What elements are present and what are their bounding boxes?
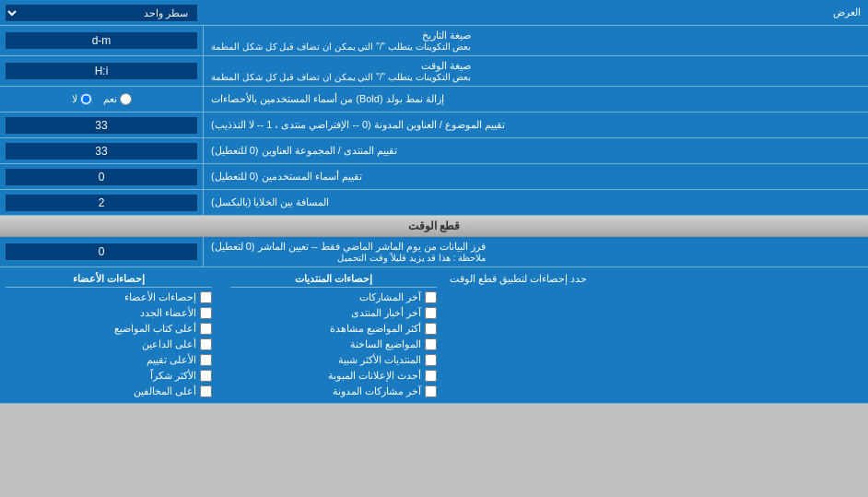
users-per-page-row: تقييم أسماء المستخدمين (0 للتعطيل) xyxy=(0,164,868,190)
stats-item: أعلى الداعين xyxy=(6,338,212,350)
stats-col1-title: إحصاءات المنتديات xyxy=(230,273,437,288)
stats-section: حدد إحصاءات لتطبيق قطع الوقت إحصاءات الم… xyxy=(0,267,868,404)
checkbox-col1-2[interactable] xyxy=(425,323,437,335)
stats-item: أحدث الإعلانات المبوبة xyxy=(230,370,437,382)
stats-item: الأعلى تقييم xyxy=(6,354,212,366)
checkbox-col2-0[interactable] xyxy=(200,291,212,303)
display-select[interactable]: سطر واحد سطرين ثلاثة أسطر xyxy=(6,5,197,21)
checkbox-col2-5[interactable] xyxy=(200,370,212,382)
time-format-input-wrapper xyxy=(0,56,203,86)
space-row-input[interactable] xyxy=(6,195,197,211)
cut-time-input-wrapper xyxy=(0,237,203,266)
forum-per-page-input-wrapper xyxy=(0,138,203,163)
stats-item: المواضيع الساخنة xyxy=(230,338,437,350)
bold-row: إزالة نمط بولد (Bold) من أسماء المستخدمي… xyxy=(0,87,868,112)
stats-checkboxes: إحصاءات المنتديات آخر المشاركات آخر أخبا… xyxy=(0,267,442,403)
cut-time-input[interactable] xyxy=(6,243,197,260)
users-per-page-label: تقييم أسماء المستخدمين (0 للتعطيل) xyxy=(203,164,868,189)
checkbox-col2-2[interactable] xyxy=(200,323,212,335)
top-row-label: العرض xyxy=(203,3,868,22)
topics-per-page-input-wrapper xyxy=(0,112,203,137)
space-row-input-wrapper xyxy=(0,190,203,215)
stats-item: آخر مشاركات المدونة xyxy=(230,385,437,397)
checkbox-col1-6[interactable] xyxy=(425,385,437,397)
radio-yes[interactable] xyxy=(120,93,132,105)
checkbox-col2-6[interactable] xyxy=(200,385,212,397)
checkbox-col1-4[interactable] xyxy=(425,354,437,366)
time-format-row: صيغة الوقت بعض التكوينات يتطلب "/" التي … xyxy=(0,56,868,87)
forum-per-page-label: تقييم المنتدى / المجموعة العناوين (0 للت… xyxy=(203,138,868,163)
stats-item: أكثر المواضيع مشاهدة xyxy=(230,323,437,335)
checkbox-col1-0[interactable] xyxy=(425,291,437,303)
radio-yes-label[interactable]: نعم xyxy=(103,93,132,105)
stats-label: حدد إحصاءات لتطبيق قطع الوقت xyxy=(442,267,868,403)
forum-per-page-row: تقييم المنتدى / المجموعة العناوين (0 للت… xyxy=(0,138,868,164)
stats-col2: إحصاءات الأعضاء إحصاءات الأعضاء الأعضاء … xyxy=(6,273,212,397)
forum-per-page-input[interactable] xyxy=(6,143,197,160)
stats-item: أعلى كتاب المواضيع xyxy=(6,323,212,335)
topics-per-page-row: تقييم الموضوع / العناوين المدونة (0 -- ا… xyxy=(0,112,868,138)
time-format-label: صيغة الوقت بعض التكوينات يتطلب "/" التي … xyxy=(203,56,868,86)
stats-col1: إحصاءات المنتديات آخر المشاركات آخر أخبا… xyxy=(230,273,437,397)
topics-per-page-label: تقييم الموضوع / العناوين المدونة (0 -- ا… xyxy=(203,112,868,137)
date-format-input-wrapper xyxy=(0,26,203,55)
checkbox-col2-1[interactable] xyxy=(200,307,212,319)
date-format-input[interactable] xyxy=(6,32,197,49)
stats-item: آخر أخبار المنتدى xyxy=(230,307,437,319)
stats-item: المنتديات الأكثر شبية xyxy=(230,354,437,366)
cut-time-header: قطع الوقت xyxy=(0,216,868,237)
stats-item: آخر المشاركات xyxy=(230,291,437,303)
radio-no[interactable] xyxy=(80,93,92,105)
cut-time-row: فرز البيانات من يوم الماشر الماضي فقط --… xyxy=(0,237,868,267)
checkbox-col2-3[interactable] xyxy=(200,338,212,350)
date-format-label: صيغة التاريخ بعض التكوينات يتطلب "/" الت… xyxy=(203,26,868,55)
users-per-page-input[interactable] xyxy=(6,169,197,185)
stats-item: أعلى المخالفين xyxy=(6,385,212,397)
bold-radio-wrapper: نعم لا xyxy=(0,87,203,112)
cut-time-label: فرز البيانات من يوم الماشر الماضي فقط --… xyxy=(203,237,868,266)
time-format-input[interactable] xyxy=(6,63,197,79)
top-row-select-wrapper: سطر واحد سطرين ثلاثة أسطر xyxy=(0,2,203,24)
top-row: العرض سطر واحد سطرين ثلاثة أسطر xyxy=(0,0,868,26)
checkbox-col1-3[interactable] xyxy=(425,338,437,350)
checkbox-col2-4[interactable] xyxy=(200,354,212,366)
date-format-row: صيغة التاريخ بعض التكوينات يتطلب "/" الت… xyxy=(0,26,868,56)
topics-per-page-input[interactable] xyxy=(6,117,197,134)
checkbox-col1-5[interactable] xyxy=(425,370,437,382)
checkbox-col1-1[interactable] xyxy=(425,307,437,319)
radio-no-label[interactable]: لا xyxy=(72,93,92,105)
space-row: المسافة بين الخلايا (بالبكسل) xyxy=(0,190,868,216)
bold-row-label: إزالة نمط بولد (Bold) من أسماء المستخدمي… xyxy=(203,87,868,112)
space-row-label: المسافة بين الخلايا (بالبكسل) xyxy=(203,190,868,215)
stats-item: إحصاءات الأعضاء xyxy=(6,291,212,303)
users-per-page-input-wrapper xyxy=(0,164,203,189)
stats-col2-title: إحصاءات الأعضاء xyxy=(6,273,212,288)
stats-item: الأكثر شكراً xyxy=(6,370,212,382)
stats-item: الأعضاء الجدد xyxy=(6,307,212,319)
